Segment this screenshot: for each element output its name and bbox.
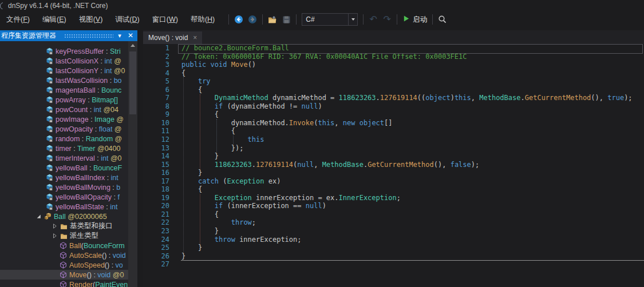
code-line[interactable]: 17 catch (Exception ex) [143,177,644,186]
start-button[interactable]: 启动 [400,14,429,25]
tree-item[interactable]: Move() : void @0 [0,270,128,280]
method-icon [60,252,69,259]
tree-item[interactable]: Ball(BounceForm [0,241,128,250]
code-line[interactable]: 27 [143,260,644,269]
code-text: } [169,244,202,252]
tree-item[interactable]: lastWasCollision : bo [0,75,128,85]
tree-item[interactable]: AutoSpeed() : vo [0,260,128,270]
tree-item[interactable]: powArray : Bitmap[] [0,95,128,105]
tree-item[interactable]: keyPressBuffer : Stri [0,46,128,56]
code-line[interactable]: 19 Exception innerException = ex.InnerEx… [143,194,644,202]
tree-item[interactable]: lastCollisionX : int @ [0,56,128,66]
tree-scrollbar[interactable] [128,41,137,287]
scroll-up-icon[interactable] [128,41,137,49]
expander-closed-icon[interactable] [52,233,60,239]
code-line[interactable]: 22 throw; [143,218,644,227]
code-line[interactable]: 26} [143,252,644,261]
code-line[interactable]: 8 if (dynamicMethod != null) [143,102,644,111]
tree-item[interactable]: timer : Timer @0400 [0,144,128,153]
tree-item-label: AutoSpeed() : vo [69,261,123,269]
tree-item[interactable]: Ball @02000065 [0,212,128,221]
tab-close-icon[interactable]: × [193,34,197,42]
current-line-highlight [178,44,643,54]
tree-item[interactable]: 派生类型 [0,231,128,241]
line-number: 19 [143,194,169,202]
tree-item[interactable]: magentaBall : Bounc [0,85,128,95]
tree-item[interactable]: yellowBallIndex : int [0,173,128,182]
folder-icon [60,233,70,240]
field-icon [46,125,56,133]
line-number: 11 [143,127,169,135]
tree-item[interactable]: 基类型和接口 [0,221,128,231]
code-line[interactable]: 21 { [143,210,644,219]
code-line[interactable]: 6 { [143,86,644,94]
tree-item[interactable]: lastCollisionY : int @0 [0,66,128,75]
line-number: 22 [143,218,169,227]
field-icon [46,193,56,201]
code-line[interactable]: 14 } [143,152,644,161]
close-panel-icon[interactable]: ✕ [126,30,135,41]
code-line[interactable]: 24 throw innerException; [143,236,644,244]
header-grip-dots [64,34,113,38]
line-number: 10 [143,119,169,127]
line-number: 18 [143,185,169,194]
code-line[interactable]: 20 if (innerException == null) [143,202,644,210]
scrollbar-thumb[interactable] [129,51,136,114]
code-text: } [169,252,185,261]
code-line[interactable]: 5 try [143,77,644,86]
folder-icon [60,223,70,230]
code-line[interactable]: 7 DynamicMethod dynamicMethod = 11862326… [143,94,644,102]
code-line[interactable]: 3public void Move() [143,61,644,69]
tree-item[interactable]: random : Random @ [0,134,128,144]
field-icon [46,145,56,152]
back-icon[interactable] [232,13,246,26]
method-icon [60,281,69,287]
line-number: 2 [143,53,169,61]
undo-icon[interactable]: ↶ [366,13,380,26]
code-line[interactable]: 18 { [143,185,644,194]
menu-file[interactable]: 文件(F) [0,13,36,26]
language-combo[interactable]: C# [302,13,358,26]
assembly-explorer-panel: 程序集资源管理器 ▾ ✕ keyPressBuffer : StrilastCo… [0,30,137,287]
code-line[interactable]: 25 } [143,244,644,252]
menu-edit[interactable]: 编辑(E) [36,13,73,26]
tree-item-label: Move() : void @0 [69,271,124,279]
search-icon[interactable] [436,13,449,26]
menu-window[interactable]: 窗口(W) [146,13,184,26]
tree-item[interactable]: timerInterval : int @0 [0,153,128,163]
code-line[interactable]: 10 dynamicMethod.Invoke(this, new object… [143,119,644,127]
code-line[interactable]: 9 { [143,110,644,119]
code-line[interactable]: 16 } [143,169,644,177]
line-number: 5 [143,77,169,86]
tab-move-void[interactable]: Move() : void × [143,31,202,44]
menu-view[interactable]: 视图(V) [73,13,109,26]
redo-icon[interactable]: ↷ [380,13,394,26]
tree-item-label: powCount : int @04 [56,106,118,114]
tree-item[interactable]: AutoScale() : void [0,250,128,260]
tree-item-label: powImage : Image @ [56,115,124,123]
expander-open-icon[interactable] [35,213,44,220]
chevron-down-icon[interactable] [348,14,357,25]
tree-item[interactable]: powImage : Image @ [0,114,128,124]
expander-closed-icon[interactable] [52,223,60,229]
code-line[interactable]: 11 { [143,127,644,135]
menu-help[interactable]: 帮助(H) [184,13,221,26]
forward-icon[interactable] [246,13,259,26]
tree-item[interactable]: Render(PaintEven [0,280,128,287]
tree-item[interactable]: powCount : int @04 [0,105,128,114]
code-line[interactable]: 4{ [143,69,644,78]
code-line[interactable]: 23 } [143,227,644,236]
tree-item[interactable]: yellowBall : BounceF [0,163,128,173]
code-line[interactable]: 15 118623263.127619114(null, MethodBase.… [143,161,644,169]
tree-item[interactable]: yellowBallState : int [0,202,128,212]
code-line[interactable]: 13 }); [143,144,644,153]
save-all-icon[interactable] [279,13,293,26]
window-position-icon[interactable]: ▾ [115,30,124,41]
menu-debug[interactable]: 调试(D) [109,13,145,26]
tree-item[interactable]: yellowBallMoving : b [0,182,128,192]
open-file-icon[interactable] [266,13,279,26]
tree-item[interactable]: yellowBallOpacity : f [0,192,128,202]
code-line[interactable]: 12 this [143,135,644,144]
tree-item[interactable]: powOpacity : float @ [0,124,128,134]
line-number: 20 [143,202,169,210]
